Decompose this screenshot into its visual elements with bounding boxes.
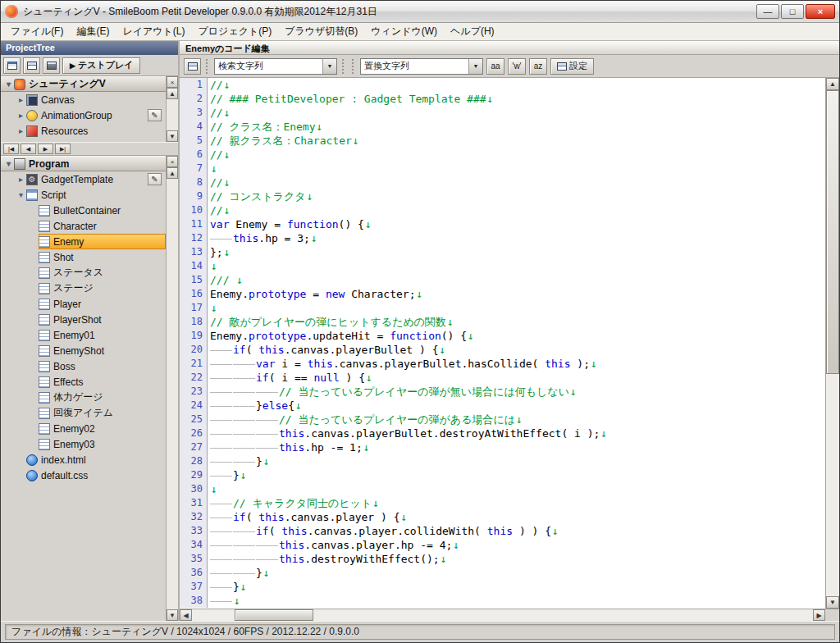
tree-item-シューティングV[interactable]: ▾シューティングV — [1, 76, 166, 92]
code-line[interactable]: 19Enemy.prototype.updateHit = function()… — [180, 329, 825, 343]
code-line[interactable]: 38↓ — [180, 594, 825, 608]
expand-toggle-icon[interactable]: ▸ — [16, 126, 26, 135]
chevron-down-icon[interactable]: ▼ — [468, 59, 482, 74]
code-line[interactable]: 32if( this.canvas.player ) {↓ — [180, 510, 825, 524]
code-line[interactable]: 10//↓ — [180, 203, 825, 217]
expand-toggle-icon[interactable]: ▸ — [16, 175, 26, 184]
project-save-button[interactable] — [23, 57, 40, 74]
tree-item-Effects[interactable]: Effects — [1, 374, 166, 390]
chevron-down-icon[interactable]: ▼ — [322, 59, 336, 74]
code-line[interactable]: 7↓ — [180, 162, 825, 176]
expand-toggle-icon[interactable]: ▸ — [16, 95, 26, 104]
tree-item-Player[interactable]: Player — [1, 296, 166, 312]
tree-item-Enemy02[interactable]: Enemy02 — [1, 421, 166, 436]
scrollbar-thumb[interactable] — [235, 609, 313, 621]
replace-input[interactable]: 置換文字列 ▼ — [360, 58, 483, 75]
tree-item-AnimationGroup[interactable]: ▸AnimationGroup✎ — [1, 107, 166, 123]
scroll-up-icon[interactable]: ▲ — [167, 167, 178, 179]
scroll-left-icon[interactable]: ◀ — [180, 609, 192, 621]
code-line[interactable]: 8//↓ — [180, 176, 825, 189]
code-line[interactable]: 11var Enemy = function() {↓ — [180, 217, 825, 231]
tree-item-Enemy03[interactable]: Enemy03 — [1, 436, 166, 452]
code-line[interactable]: 17↓ — [180, 301, 825, 315]
tree-item-Program[interactable]: ▾Program — [1, 156, 166, 171]
code-line[interactable]: 30↓ — [180, 482, 825, 496]
menu-item[interactable]: ヘルプ(H) — [444, 23, 501, 40]
expand-toggle-icon[interactable]: ▸ — [16, 111, 26, 120]
menu-item[interactable]: ブラウザ切替(B) — [278, 23, 364, 40]
close-panel-icon[interactable]: × — [167, 76, 178, 88]
code-line[interactable]: 22if( i == null ) {↓ — [180, 371, 825, 385]
tree-nav-button[interactable]: ◀ — [21, 144, 36, 154]
code-line[interactable]: 27this.hp -= 1;↓ — [180, 440, 825, 454]
code-line[interactable]: 20if( this.canvas.playerBullet ) {↓ — [180, 343, 825, 357]
scrollbar-thumb[interactable] — [826, 90, 839, 374]
menu-item[interactable]: ウィンドウ(W) — [364, 23, 444, 40]
code-line[interactable]: 24}else{↓ — [180, 399, 825, 413]
code-line[interactable]: 13};↓ — [180, 245, 825, 259]
edit-pencil-icon[interactable]: ✎ — [148, 173, 162, 185]
code-line[interactable]: 3//↓ — [180, 106, 825, 120]
search-input[interactable]: 検索文字列 ▼ — [214, 58, 337, 75]
tree-nav-button[interactable]: ▶| — [55, 144, 71, 154]
code-line[interactable]: 28}↓ — [180, 454, 825, 468]
code-line[interactable]: 25// 当たっているプレイヤーの弾がある場合には↓ — [180, 413, 825, 426]
test-play-button[interactable]: ▶ テストプレイ — [62, 57, 140, 74]
code-line[interactable]: 21var i = this.canvas.playerBullet.hasCo… — [180, 357, 825, 371]
code-line[interactable]: 12this.hp = 3;↓ — [180, 231, 825, 245]
expand-toggle-icon[interactable]: ▾ — [3, 159, 14, 168]
scroll-up-icon[interactable]: ▲ — [167, 88, 178, 99]
code-line[interactable]: 4// クラス名：Enemy↓ — [180, 120, 825, 134]
code-line[interactable]: 26this.canvas.playerBullet.destroyAtWith… — [180, 426, 825, 440]
code-line[interactable]: 36}↓ — [180, 566, 825, 580]
menu-item[interactable]: 編集(E) — [70, 23, 116, 40]
minimize-button[interactable]: — — [756, 4, 779, 19]
menu-item[interactable]: レイアウト(L) — [116, 23, 191, 40]
code-line[interactable]: 31// キャラクタ同士のヒット↓ — [180, 496, 825, 510]
code-line[interactable]: 15/// ↓ — [180, 273, 825, 287]
scrollbar-track[interactable] — [167, 179, 178, 609]
code-area[interactable]: 1//↓2// ### PetitDeveloper : Gadget Temp… — [180, 78, 825, 609]
tree-item-ステージ[interactable]: ステージ — [1, 280, 166, 296]
scrollbar-track[interactable] — [826, 90, 839, 596]
tree-item-BulletContainer[interactable]: BulletContainer — [1, 203, 166, 218]
tree-item-Boss[interactable]: Boss — [1, 358, 166, 374]
tree-item-index.html[interactable]: index.html — [1, 452, 166, 467]
tree-item-回復アイテム[interactable]: 回復アイテム — [1, 405, 166, 421]
tree-item-体力ゲージ[interactable]: 体力ゲージ — [1, 390, 166, 405]
tree-item-Resources[interactable]: ▸Resources — [1, 123, 166, 139]
scrollbar-track[interactable] — [167, 99, 178, 130]
code-line[interactable]: 34this.canvas.player.hp -= 4;↓ — [180, 538, 825, 552]
close-button[interactable]: × — [806, 4, 835, 19]
code-line[interactable]: 29}↓ — [180, 468, 825, 482]
regex-button[interactable]: az — [529, 58, 547, 75]
code-line[interactable]: 33if( this.canvas.player.collideWith( th… — [180, 524, 825, 538]
scroll-down-icon[interactable]: ▼ — [167, 609, 178, 621]
tree-item-PlayerShot[interactable]: PlayerShot — [1, 312, 166, 327]
edit-pencil-icon[interactable]: ✎ — [148, 109, 162, 121]
code-line[interactable]: 23// 当たっているプレイヤーの弾が無い場合には何もしない↓ — [180, 385, 825, 399]
scroll-down-icon[interactable]: ▼ — [167, 130, 178, 142]
tree-item-Script[interactable]: ▾Script — [1, 187, 166, 203]
maximize-button[interactable]: □ — [781, 4, 804, 19]
expand-toggle-icon[interactable]: ▾ — [3, 80, 14, 89]
code-line[interactable]: 16Enemy.prototype = new Character;↓ — [180, 287, 825, 301]
scrollbar-track[interactable] — [192, 609, 813, 621]
project-new-button[interactable] — [3, 57, 21, 74]
scroll-up-icon[interactable]: ▲ — [826, 78, 839, 90]
tree-item-Enemy[interactable]: Enemy — [1, 234, 166, 249]
code-line[interactable]: 18// 敵がプレイヤーの弾にヒットするための関数↓ — [180, 315, 825, 329]
tree-item-Enemy01[interactable]: Enemy01 — [1, 327, 166, 343]
close-panel-icon[interactable]: × — [167, 156, 178, 167]
code-line[interactable]: 5// 親クラス名：Character↓ — [180, 134, 825, 148]
menu-item[interactable]: ファイル(F) — [4, 23, 70, 40]
scroll-right-icon[interactable]: ▶ — [813, 609, 825, 621]
tree-item-Shot[interactable]: Shot — [1, 249, 166, 265]
tree-item-ステータス[interactable]: ステータス — [1, 265, 166, 280]
code-line[interactable]: 9// コンストラクタ↓ — [180, 189, 825, 203]
tree-item-Canvas[interactable]: ▸Canvas — [1, 92, 166, 107]
match-case-button[interactable]: aa — [486, 58, 504, 75]
code-line[interactable]: 6//↓ — [180, 148, 825, 162]
code-line[interactable]: 2// ### PetitDeveloper : Gadget Template… — [180, 92, 825, 106]
tree-item-Character[interactable]: Character — [1, 218, 166, 234]
